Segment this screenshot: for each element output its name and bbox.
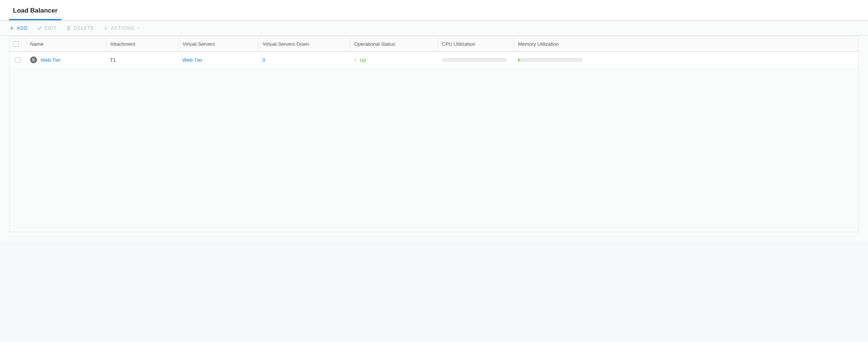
svg-point-2	[105, 27, 107, 29]
pencil-icon	[37, 26, 42, 31]
add-button[interactable]: ADD	[9, 26, 28, 31]
col-operational-status[interactable]: Operational Status	[350, 36, 438, 52]
size-badge: S	[30, 56, 37, 63]
edit-label: EDIT	[45, 26, 57, 31]
memory-bar-fill	[518, 58, 519, 62]
table-row[interactable]: S Web-Tier T1 Web-Tier 0 ↑ Up	[10, 52, 859, 68]
col-virtual-servers-down[interactable]: Virtual Servers Down	[259, 36, 350, 52]
add-label: ADD	[17, 26, 28, 31]
toolbar: ADD EDIT DELETE ACTIONS	[0, 21, 868, 36]
load-balancer-table: Name Attachment Virtual Servers Virtual …	[9, 36, 859, 232]
actions-label: ACTIONS	[111, 26, 135, 31]
col-cpu-utilization[interactable]: CPU Utilization	[438, 36, 514, 52]
col-name[interactable]: Name	[26, 36, 106, 52]
gear-icon	[103, 26, 109, 31]
delete-label: DELETE	[74, 26, 94, 31]
trash-icon	[66, 26, 71, 31]
row-status: Up	[360, 57, 366, 63]
table-header-row: Name Attachment Virtual Servers Virtual …	[10, 36, 859, 52]
col-attachment[interactable]: Attachment	[106, 36, 179, 52]
row-checkbox[interactable]	[15, 57, 21, 63]
col-virtual-servers[interactable]: Virtual Servers	[179, 36, 259, 52]
col-memory-utilization[interactable]: Memory Utilization	[514, 36, 859, 52]
actions-button: ACTIONS	[103, 26, 141, 31]
tab-load-balancer[interactable]: Load Balancer	[9, 0, 61, 20]
arrow-up-icon: ↑	[354, 57, 357, 63]
row-virtual-servers-link[interactable]: Web-Tier	[179, 52, 259, 68]
tab-bar: Load Balancer	[0, 0, 868, 21]
delete-button: DELETE	[66, 26, 94, 31]
row-attachment: T1	[106, 52, 179, 68]
row-name-link[interactable]: Web-Tier	[41, 57, 61, 63]
edit-button: EDIT	[37, 26, 57, 31]
memory-bar	[518, 58, 583, 62]
row-virtual-servers-down-link[interactable]: 0	[259, 52, 350, 68]
select-all-checkbox[interactable]	[13, 41, 19, 47]
plus-icon	[9, 26, 14, 31]
chevron-down-icon	[137, 26, 141, 30]
cpu-bar	[442, 58, 507, 62]
